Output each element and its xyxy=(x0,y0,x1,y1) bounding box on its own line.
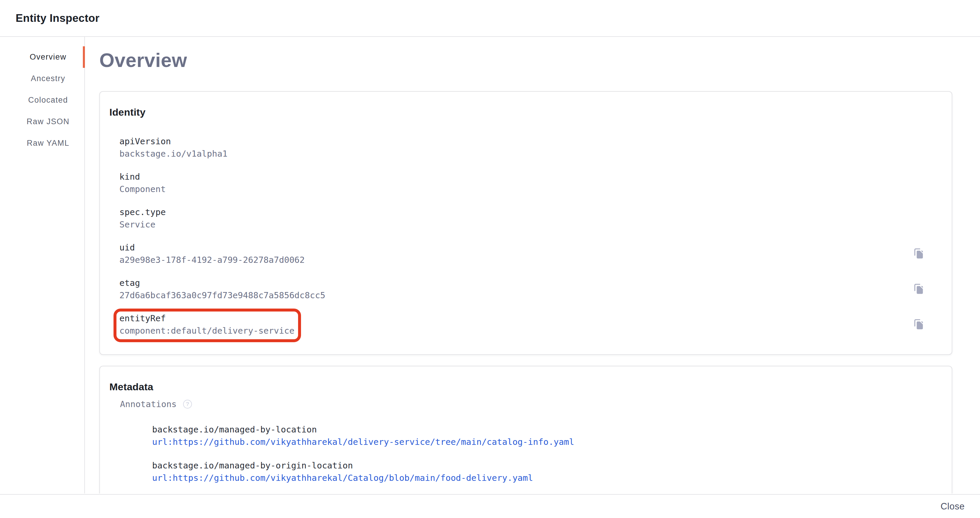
nav-tab[interactable]: Overview xyxy=(0,46,84,68)
annotation-entry: backstage.io/managed-by-origin-location … xyxy=(152,460,933,483)
field-value: 27d6a6bcaf363a0c97fd73e9488c7a5856dc8cc5 xyxy=(119,290,325,301)
nav-tab-label: Colocated xyxy=(28,96,68,105)
inspector-nav: Overview Ancestry Colocated Raw JSON xyxy=(0,37,85,494)
nav-tab[interactable]: Raw JSON xyxy=(0,111,84,132)
field-label: apiVersion xyxy=(119,136,228,147)
field-label: kind xyxy=(119,171,166,182)
field-value: backstage.io/v1alpha1 xyxy=(119,148,228,159)
field-label: etag xyxy=(119,277,325,288)
identity-field-row: spec.type Service xyxy=(119,207,933,230)
annotation-link[interactable]: url:https://github.com/vikyathharekal/Ca… xyxy=(152,472,533,483)
copy-button[interactable] xyxy=(911,317,926,332)
identity-field: etag 27d6a6bcaf363a0c97fd73e9488c7a5856d… xyxy=(119,277,325,301)
identity-field-row: kind Component xyxy=(119,171,933,195)
annotations-header: Annotations ? xyxy=(120,398,933,410)
identity-field: uid a29e98e3-178f-4192-a799-26278a7d0062 xyxy=(119,242,305,266)
metadata-card-title: Metadata xyxy=(110,380,933,393)
close-button[interactable]: Close xyxy=(939,498,966,515)
help-icon[interactable]: ? xyxy=(183,400,192,408)
nav-tab[interactable]: Raw YAML xyxy=(0,132,84,154)
dialog-body: Overview Ancestry Colocated Raw JSON xyxy=(0,37,980,494)
entity-inspector-dialog: Entity Inspector Overview Ancestry Coloc… xyxy=(0,0,980,494)
active-tab-indicator xyxy=(83,46,85,68)
nav-tab[interactable]: Colocated xyxy=(0,89,84,111)
identity-field-row: uid a29e98e3-178f-4192-a799-26278a7d0062 xyxy=(119,242,933,266)
annotation-key: backstage.io/managed-by-origin-location xyxy=(152,460,933,471)
identity-field-row: apiVersion backstage.io/v1alpha1 xyxy=(119,136,933,159)
field-label: spec.type xyxy=(119,207,166,218)
metadata-card: Metadata Annotations ? backstage.io/mana… xyxy=(99,366,952,494)
dialog-footer: Close xyxy=(0,494,980,518)
field-value: Service xyxy=(119,219,166,230)
identity-field: kind Component xyxy=(119,171,166,195)
annotations-title: Annotations xyxy=(120,398,177,410)
nav-tab-label: Raw YAML xyxy=(27,139,70,148)
field-label: uid xyxy=(119,242,305,253)
overview-panel: Overview Identity apiVersion backstage.i… xyxy=(85,37,980,494)
copy-icon xyxy=(912,247,925,260)
identity-field-row: etag 27d6a6bcaf363a0c97fd73e9488c7a5856d… xyxy=(119,277,933,301)
nav-tab-label: Ancestry xyxy=(31,74,65,83)
dialog-title: Entity Inspector xyxy=(16,12,99,24)
field-value: Component xyxy=(119,183,166,195)
annotations-list: backstage.io/managed-by-location url:htt… xyxy=(110,424,933,483)
identity-fields: apiVersion backstage.io/v1alpha1 xyxy=(119,136,933,336)
field-value: component:default/delivery-service xyxy=(119,325,294,336)
identity-card: Identity apiVersion backstage.io/v1alpha… xyxy=(99,91,952,355)
copy-icon xyxy=(912,283,925,296)
annotation-link[interactable]: url:https://github.com/vikyathharekal/de… xyxy=(152,436,574,448)
nav-tab-label: Raw JSON xyxy=(27,117,70,126)
field-label: entityRef xyxy=(119,313,294,324)
identity-field-row: entityRef component:default/delivery-ser… xyxy=(119,313,933,336)
page-title: Overview xyxy=(99,48,952,72)
nav-tab[interactable]: Ancestry xyxy=(0,68,84,89)
identity-field: apiVersion backstage.io/v1alpha1 xyxy=(119,136,228,159)
copy-button[interactable] xyxy=(911,247,926,261)
identity-field: entityRef component:default/delivery-ser… xyxy=(113,309,301,342)
identity-card-title: Identity xyxy=(110,105,933,119)
dialog-header: Entity Inspector xyxy=(0,0,980,37)
annotation-key: backstage.io/managed-by-location xyxy=(152,424,933,435)
annotation-entry: backstage.io/managed-by-location url:htt… xyxy=(152,424,933,448)
identity-field: spec.type Service xyxy=(119,207,166,230)
field-value: a29e98e3-178f-4192-a799-26278a7d0062 xyxy=(119,254,305,266)
nav-tab-label: Overview xyxy=(30,53,67,62)
copy-button[interactable] xyxy=(911,282,926,296)
copy-icon xyxy=(912,318,925,331)
